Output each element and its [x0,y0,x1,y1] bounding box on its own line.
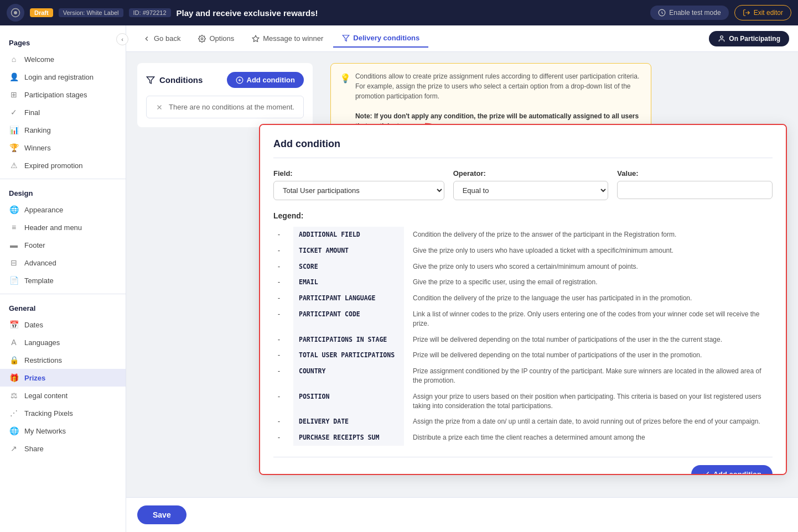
message-winner-button[interactable]: Message to winner [244,31,331,46]
value-label: Value: [617,169,773,178]
value-input[interactable]: 3 [617,181,773,199]
gift-icon: 🎁 [9,373,19,383]
sidebar-item-login[interactable]: 👤 Login and registration [0,68,126,86]
sidebar-item-languages[interactable]: A Languages [0,333,126,351]
legend-desc: Give the prize only to users who scored … [404,259,773,275]
legend-dash: - [273,290,293,306]
legend-desc: Prize will be delivered depending on the… [404,347,773,363]
legend-desc: Condition the delivery of the prize to t… [404,227,773,243]
sidebar-item-appearance[interactable]: 🌐 Appearance [0,201,126,218]
legend-row: - SCORE Give the prize only to users who… [273,259,773,275]
sidebar-item-expired[interactable]: ⚠ Expired promotion [0,157,126,174]
main-area: Go back Options Message to winner Delive… [126,25,798,532]
legend-dash: - [273,389,293,414]
sidebar-item-share[interactable]: ↗ Share [0,440,126,457]
legend-table: - ADDITIONAL FIELD Condition the deliver… [273,227,773,446]
subnav-right: On Participating [709,31,789,46]
sidebar-section-general: General [0,299,126,316]
svg-point-3 [201,38,204,40]
add-condition-modal: Add condition Field: Total User particip… [259,124,787,475]
tab-delivery-conditions[interactable]: Delivery conditions [333,29,428,48]
legend-field: SCORE [293,259,404,275]
value-group: Value: 3 [617,169,773,200]
sidebar-item-tracking[interactable]: ⋰ Tracking Pixels [0,404,126,422]
legend-dash: - [273,259,293,275]
field-group: Field: Total User participations Additio… [273,169,444,200]
sidebar-item-prizes[interactable]: 🎁 Prizes [0,369,126,387]
footer-icon: ▬ [9,240,19,250]
network-icon: 🌐 [9,426,19,436]
legend-dash: - [273,227,293,243]
lock-icon: 🔒 [9,355,19,365]
exit-editor-button[interactable]: Exit editor [734,5,791,20]
sidebar-item-footer[interactable]: ▬ Footer [0,236,126,254]
sidebar-item-networks[interactable]: 🌐 My Networks [0,422,126,440]
warning-icon: ⚠ [9,160,19,170]
legend-row: - PARTICIPANT CODE Link a list of winner… [273,306,773,332]
legend-row: - EMAIL Give the prize to a specific use… [273,274,773,290]
add-condition-modal-button[interactable]: Add condition [691,465,773,475]
go-back-button[interactable]: Go back [135,31,188,46]
sidebar-item-final[interactable]: ✓ Final [0,103,126,121]
legend-field: PARTICIPANT CODE [293,306,404,332]
legend-field: PARTICIPATIONS IN STAGE [293,332,404,348]
legend-field: ADDITIONAL FIELD [293,227,404,243]
on-participating-button[interactable]: On Participating [709,31,789,46]
conditions-title: Conditions [146,75,203,85]
legend-desc: Assign the prize from a date on/ up unti… [404,414,773,430]
legend-dash: - [273,274,293,290]
sidebar-item-ranking[interactable]: 📊 Ranking [0,121,126,139]
legend-desc: Prize assignment conditioned by the IP c… [404,363,773,389]
user-icon: 👤 [9,72,19,82]
save-button[interactable]: Save [137,505,186,524]
page-title: Play and receive exclusive rewards! [177,8,645,18]
operator-label: Operator: [453,169,609,178]
test-mode-button[interactable]: Enable test mode [650,6,728,20]
trophy-icon: 🏆 [9,143,19,153]
legend-field: POSITION [293,389,404,414]
barchart-icon: 📊 [9,125,19,135]
legend-dash: - [273,332,293,348]
legend-desc: Link a list of winner codes to the prize… [404,306,773,332]
legend-dash: - [273,363,293,389]
sidebar-item-welcome[interactable]: ⌂ Welcome [0,50,126,68]
legend-desc: Condition the delivery of the prize to t… [404,290,773,306]
legend-field: TOTAL USER PARTICIPATIONS [293,347,404,363]
legend-desc: Prize will be delivered depending on the… [404,332,773,348]
add-condition-top-button[interactable]: Add condition [227,72,304,88]
sidebar-item-header[interactable]: ≡ Header and menu [0,218,126,236]
legend-row: - COUNTRY Prize assignment conditioned b… [273,363,773,389]
conditions-panel: Conditions Add condition There are no co… [137,63,313,127]
legend-desc: Give the prize only to users who have up… [404,243,773,259]
subnav: Go back Options Message to winner Delive… [126,25,798,52]
svg-point-5 [721,35,723,38]
share-icon: ↗ [9,444,19,453]
sidebar: ‹ Pages ⌂ Welcome 👤 Login and registrati… [0,25,126,532]
operator-select[interactable]: Equal to Greater than Less than Not equa… [453,181,609,200]
sidebar-item-restrictions[interactable]: 🔒 Restrictions [0,351,126,369]
field-select[interactable]: Total User participations Additional Fie… [273,181,444,200]
legend-field: PURCHASE RECEIPTS SUM [293,430,404,446]
legend-row: - PARTICIPANT LANGUAGE Condition the del… [273,290,773,306]
id-badge: ID: #972212 [129,8,171,17]
sidebar-item-dates[interactable]: 📅 Dates [0,316,126,333]
svg-marker-4 [343,35,350,41]
legend-field: PARTICIPANT LANGUAGE [293,290,404,306]
sidebar-collapse-button[interactable]: ‹ [116,33,126,45]
sidebar-section-design: Design [0,184,126,201]
file-icon: 📄 [9,275,19,285]
no-conditions-box: There are no conditions at the moment. [146,96,304,118]
legend-dash: - [273,347,293,363]
sidebar-item-legal[interactable]: ⚖ Legal content [0,387,126,404]
legend-dash: - [273,306,293,332]
globe-icon: 🌐 [9,205,19,215]
options-button[interactable]: Options [190,31,242,46]
sidebar-item-participation[interactable]: ⊞ Participation stages [0,86,126,103]
menu-icon: ≡ [9,222,19,232]
sidebar-item-template[interactable]: 📄 Template [0,272,126,289]
legend-desc: Give the prize to a specific user, using… [404,274,773,290]
sidebar-item-winners[interactable]: 🏆 Winners [0,139,126,157]
legend-dash: - [273,414,293,430]
legend-row: - TOTAL USER PARTICIPATIONS Prize will b… [273,347,773,363]
sidebar-item-advanced[interactable]: ⊟ Advanced [0,254,126,272]
